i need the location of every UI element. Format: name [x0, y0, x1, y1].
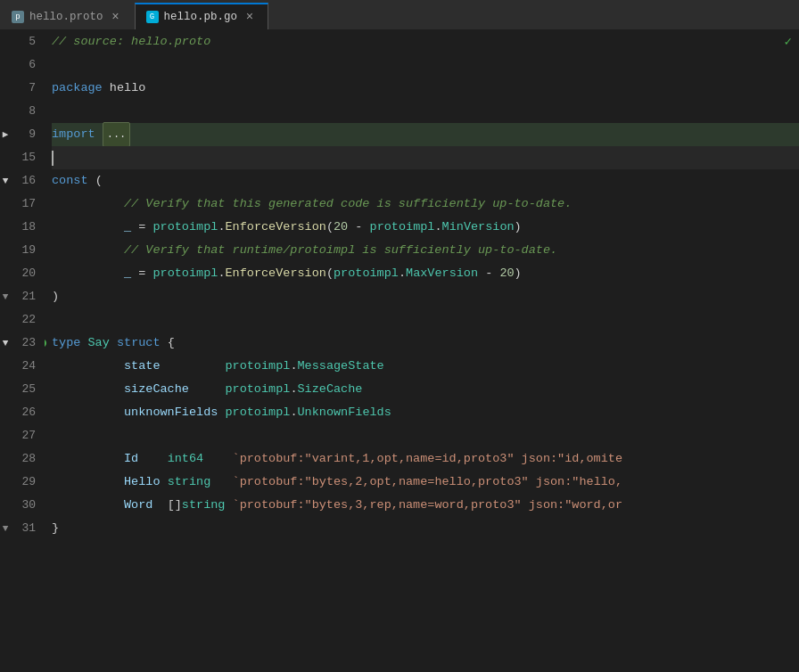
code-line-23: type Say struct { [52, 332, 799, 355]
code-line-27 [52, 424, 799, 447]
code-line-18: _ = protoimpl.EnforceVersion(20 - protoi… [52, 216, 799, 239]
line-num-19: 19 [0, 239, 36, 262]
line-num-28: 28 [0, 447, 36, 471]
tab-proto-label: hello.proto [29, 11, 103, 23]
fold-close-21[interactable]: ▼ [0, 285, 11, 308]
tab-bar: p hello.proto × G hello.pb.go × [0, 0, 799, 30]
line-num-25: 25 [0, 378, 36, 401]
line-num-24: 24 [0, 355, 36, 378]
fold-icon-9[interactable]: ▶ [0, 123, 11, 146]
code-line-9: import ... [52, 123, 799, 146]
code-line-6 [52, 53, 799, 77]
line-num-7: 7 [0, 77, 36, 100]
checkmark-icon: ✓ [785, 30, 792, 53]
line-num-5: 5 [0, 30, 36, 53]
line-num-6: 6 [0, 53, 36, 77]
editor: 5 6 7 8 ▶ 9 15 ▼ 16 17 [0, 30, 799, 672]
line-num-9: ▶ 9 [0, 123, 36, 146]
line-num-15: 15 [0, 146, 36, 169]
tab-hello-pb-go[interactable]: G hello.pb.go × [135, 3, 269, 29]
code-line-28: Id int64 `protobuf:"varint,1,opt,name=id… [52, 447, 799, 471]
code-line-7: package hello [52, 77, 799, 100]
tab-go-close[interactable]: × [243, 10, 257, 24]
line-num-31: ▼ 31 [0, 517, 36, 540]
code-line-20: _ = protoimpl.EnforceVersion(protoimpl.M… [52, 262, 799, 285]
line-num-17: 17 [0, 193, 36, 216]
line-num-16: ▼ 16 [0, 169, 36, 193]
tab-hello-proto[interactable]: p hello.proto × [0, 3, 135, 29]
tab-go-label: hello.pb.go [164, 11, 238, 23]
code-line-26: unknownFields protoimpl.UnknownFields [52, 401, 799, 424]
code-line-17: // Verify that this generated code is su… [52, 193, 799, 216]
code-line-29: Hello string `protobuf:"bytes,2,opt,name… [52, 471, 799, 494]
code-line-19: // Verify that runtime/protoimpl is suff… [52, 239, 799, 262]
line-num-22: 22 [0, 308, 36, 332]
code-line-31: } [52, 517, 799, 540]
line-num-21: ▼ 21 [0, 285, 36, 308]
fold-icon-16[interactable]: ▼ [0, 169, 11, 193]
fold-close-31[interactable]: ▼ [0, 517, 11, 540]
code-line-30: Word []string `protobuf:"bytes,3,rep,nam… [52, 494, 799, 517]
code-line-5: // source: hello.proto ✓ [52, 30, 799, 53]
go-file-icon: G [146, 11, 159, 23]
line-num-8: 8 [0, 100, 36, 123]
code-line-16: const ( [52, 169, 799, 193]
line-num-23: ▼ 23 [0, 332, 36, 355]
line-num-18: 18 [0, 216, 36, 239]
line-num-20: 20 [0, 262, 36, 285]
line-num-26: 26 [0, 401, 36, 424]
code-line-22 [52, 308, 799, 332]
code-line-15 [52, 146, 799, 169]
line-num-27: 27 [0, 424, 36, 447]
code-line-8 [52, 100, 799, 123]
fold-icon-23[interactable]: ▼ [0, 332, 11, 355]
code-line-24: state protoimpl.MessageState [52, 355, 799, 378]
line-numbers: 5 6 7 8 ▶ 9 15 ▼ 16 17 [0, 30, 45, 672]
line-num-30: 30 [0, 494, 36, 517]
code-content[interactable]: // source: hello.proto ✓ package hello i… [45, 30, 799, 672]
code-line-21: ) [52, 285, 799, 308]
code-line-25: sizeCache protoimpl.SizeCache [52, 378, 799, 401]
line-num-29: 29 [0, 471, 36, 494]
tab-proto-close[interactable]: × [109, 10, 123, 24]
proto-file-icon: p [12, 11, 24, 23]
